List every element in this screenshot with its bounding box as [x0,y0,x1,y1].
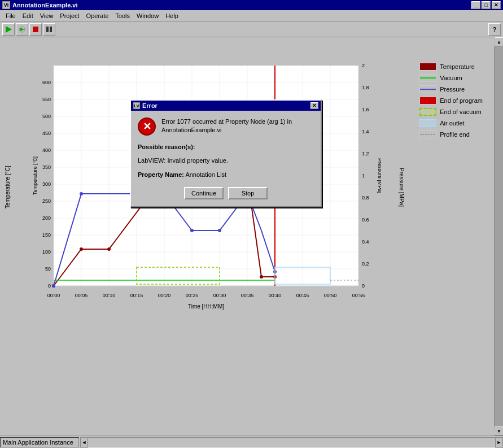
svg-marker-2 [20,28,24,31]
help-button[interactable]: ? [488,23,501,36]
menu-operate[interactable]: Operate [83,11,112,20]
continue-button[interactable]: Continue [184,187,224,199]
menu-tools[interactable]: Tools [112,11,133,20]
svg-rect-3 [33,27,38,32]
close-button[interactable]: ✕ [492,1,501,9]
stop-button[interactable]: Stop [228,187,268,199]
menu-file[interactable]: File [2,11,19,20]
pause-button[interactable] [43,23,55,36]
svg-marker-0 [6,26,12,33]
menu-bar: File Edit View Project Operate Tools Win… [0,10,503,21]
run-button[interactable] [2,23,15,36]
menu-help[interactable]: Help [162,11,182,20]
dialog-property-value: Annotation List [185,171,226,178]
dialog-title-icon: LV [133,102,140,109]
error-dialog: LV Error ✕ ✕ Error 1077 occurred at Prop… [130,99,322,207]
menu-view[interactable]: View [37,11,57,20]
dialog-possible-reasons-label: Possible reason(s): [138,142,314,153]
svg-rect-5 [50,27,52,32]
menu-project[interactable]: Project [56,11,82,20]
abort-button[interactable] [29,23,42,36]
window-controls: _ □ ✕ [471,1,501,9]
dialog-message: Error 1077 occurred at Property Node (ar… [161,118,314,135]
dialog-title: Error [142,102,158,109]
window-title: AnnotationExample.vi [12,2,78,8]
dialog-content: ✕ Error 1077 occurred at Property Node (… [131,111,321,206]
dialog-title-bar: LV Error ✕ [131,101,321,111]
title-bar: VI AnnotationExample.vi _ □ ✕ [0,0,503,10]
error-icon: ✕ [138,118,156,136]
dialog-reason-text: LabVIEW: Invalid property value. [138,156,314,166]
dialog-property-label: Property Name: [138,171,184,178]
dialog-close-button[interactable]: ✕ [310,102,318,109]
svg-rect-4 [46,27,49,32]
dialog-buttons: Continue Stop [138,187,314,199]
maximize-button[interactable]: □ [482,1,491,9]
menu-window[interactable]: Window [133,11,162,20]
run-highlight-button[interactable] [16,23,28,36]
dialog-body: Possible reason(s): LabVIEW: Invalid pro… [138,142,314,180]
dialog-header: ✕ Error 1077 occurred at Property Node (… [138,118,314,136]
menu-edit[interactable]: Edit [19,11,37,20]
toolbar: ? [0,21,503,37]
dialog-overlay: LV Error ✕ ✕ Error 1077 occurred at Prop… [0,37,503,448]
window-icon: VI [2,1,10,9]
dialog-property-line: Property Name: Annotation List [138,170,314,180]
minimize-button[interactable]: _ [471,1,480,9]
